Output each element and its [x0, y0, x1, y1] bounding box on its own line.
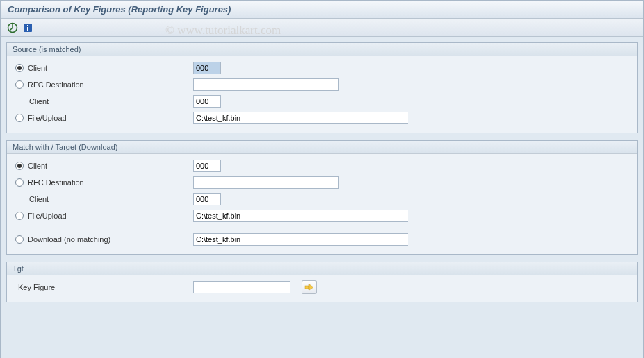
target-download-inputcol [193, 233, 408, 246]
target-rfc-inputcol [193, 176, 339, 189]
target-download-radio[interactable] [15, 235, 24, 244]
toolbar [1, 19, 643, 37]
target-group: Match with / Target (Download) Client RF… [6, 140, 638, 255]
target-download-labelcol: Download (no matching) [13, 235, 193, 244]
source-group-body: Client RFC Destination [7, 56, 637, 133]
source-rfc-client-label: Client [29, 97, 49, 105]
content-area: Source (is matched) Client RFC Destinati… [1, 37, 643, 358]
source-client-input[interactable] [193, 62, 221, 74]
execute-icon[interactable] [6, 22, 19, 34]
source-rfc-labelcol: RFC Destination [13, 80, 193, 89]
target-client-row: Client [13, 158, 631, 173]
target-group-title: Match with / Target (Download) [7, 141, 637, 154]
keyfigure-row: Key Figure [13, 280, 631, 295]
source-rfc-client-row: Client [13, 94, 631, 109]
target-download-label: Download (no matching) [28, 235, 110, 244]
keyfigure-input[interactable] [193, 281, 290, 293]
source-file-row: File/Upload [13, 110, 631, 126]
tgt-group-body: Key Figure [7, 275, 637, 302]
keyfigure-inputcol [193, 280, 317, 294]
target-client-input[interactable] [193, 160, 221, 172]
target-rfc-client-label: Client [29, 195, 49, 203]
source-file-inputcol [193, 112, 408, 124]
info-icon[interactable] [22, 22, 34, 34]
tgt-group: Tgt Key Figure [6, 262, 638, 302]
target-rfc-client-labelcol: Client [13, 195, 193, 203]
target-download-input[interactable] [193, 233, 408, 246]
source-file-labelcol: File/Upload [13, 114, 193, 122]
source-rfc-label: RFC Destination [28, 80, 84, 89]
page-title: Comparison of Key Figures (Reporting Key… [8, 4, 231, 15]
target-file-inputcol [193, 210, 408, 222]
target-rfc-client-row: Client [13, 191, 631, 207]
source-group: Source (is matched) Client RFC Destinati… [6, 42, 638, 133]
target-rfc-radio[interactable] [15, 178, 24, 187]
target-file-row: File/Upload [13, 208, 631, 223]
target-file-radio[interactable] [15, 212, 24, 220]
target-file-labelcol: File/Upload [13, 212, 193, 220]
svg-rect-5 [305, 286, 309, 289]
target-rfc-input[interactable] [193, 176, 339, 189]
keyfigure-labelcol: Key Figure [13, 283, 193, 291]
target-group-body: Client RFC Destination [7, 154, 637, 254]
target-rfc-client-input[interactable] [193, 193, 221, 205]
sap-window: © www.tutorialkart.com Comparison of Key… [0, 0, 644, 358]
source-client-label: Client [28, 64, 47, 72]
source-rfc-radio[interactable] [15, 80, 24, 89]
source-file-label: File/Upload [28, 114, 67, 122]
svg-rect-3 [27, 27, 28, 31]
source-rfc-inputcol [193, 78, 339, 91]
source-client-radio[interactable] [15, 64, 24, 72]
target-download-row: Download (no matching) [13, 232, 631, 247]
target-file-label: File/Upload [28, 212, 67, 220]
keyfigure-lookup-button[interactable] [302, 280, 317, 294]
source-group-title: Source (is matched) [7, 43, 637, 56]
target-rfc-client-inputcol [193, 193, 221, 205]
target-client-label: Client [28, 162, 47, 170]
target-client-labelcol: Client [13, 162, 193, 170]
target-client-radio[interactable] [15, 162, 24, 170]
tgt-group-title: Tgt [7, 262, 637, 275]
source-rfc-client-inputcol [193, 95, 221, 108]
target-rfc-label: RFC Destination [28, 178, 84, 187]
source-client-inputcol [193, 62, 221, 74]
source-client-row: Client [13, 60, 631, 76]
source-file-radio[interactable] [15, 114, 24, 122]
title-bar: Comparison of Key Figures (Reporting Key… [1, 1, 643, 19]
source-file-input[interactable] [193, 112, 408, 124]
source-rfc-input[interactable] [193, 78, 339, 91]
keyfigure-label: Key Figure [18, 283, 55, 291]
target-file-input[interactable] [193, 210, 408, 222]
source-client-labelcol: Client [13, 64, 193, 72]
source-rfc-row: RFC Destination [13, 77, 631, 92]
target-client-inputcol [193, 160, 221, 172]
target-rfc-labelcol: RFC Destination [13, 178, 193, 187]
arrow-right-icon [304, 283, 314, 291]
svg-rect-2 [27, 25, 28, 26]
target-rfc-row: RFC Destination [13, 175, 631, 190]
source-rfc-client-input[interactable] [193, 95, 221, 108]
source-rfc-client-labelcol: Client [13, 97, 193, 105]
